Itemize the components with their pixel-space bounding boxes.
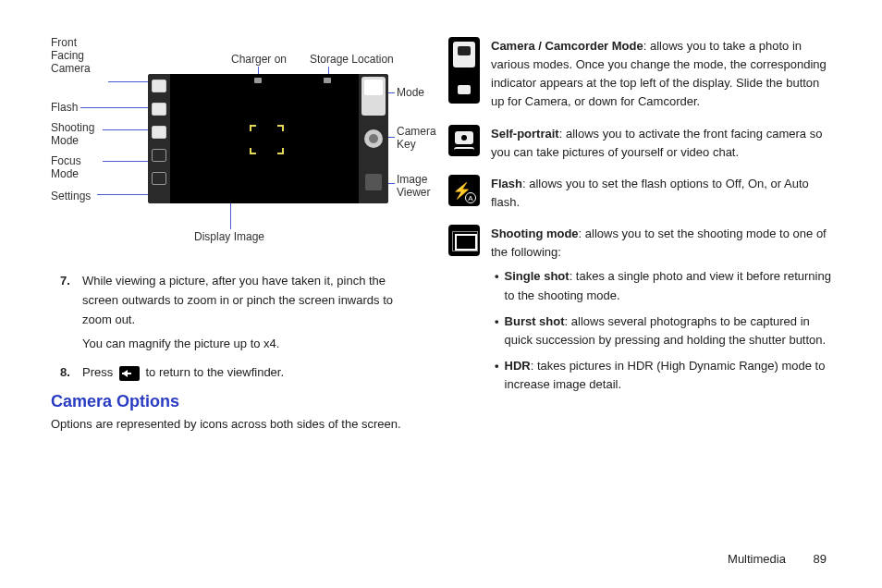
step-number: 8. bbox=[60, 363, 82, 383]
bullet-text: : takes pictures in HDR (High Dynamic Ra… bbox=[505, 359, 826, 391]
option-text: : allows you to set the flash options to… bbox=[491, 177, 809, 209]
step-text: While viewing a picture, after you have … bbox=[82, 274, 393, 326]
label-flash: Flash bbox=[51, 102, 78, 115]
back-icon bbox=[119, 366, 140, 381]
shooting-icon bbox=[152, 126, 166, 139]
label-image-viewer: Image Viewer bbox=[397, 174, 443, 200]
self-portrait-icon bbox=[448, 125, 480, 156]
camera-diagram: Front Facing Camera Flash Shooting Mode … bbox=[51, 37, 421, 250]
flash-icon bbox=[152, 103, 166, 116]
option-self-portrait: Self-portrait: allows you to activate th… bbox=[448, 125, 831, 162]
option-title: Camera / Camcorder Mode bbox=[491, 39, 643, 53]
label-front-facing-camera: Front Facing Camera bbox=[51, 37, 106, 75]
option-flash: A Flash: allows you to set the flash opt… bbox=[448, 175, 831, 212]
option-title: Shooting mode bbox=[491, 227, 579, 240]
label-mode: Mode bbox=[397, 87, 424, 100]
storage-indicator bbox=[324, 78, 331, 83]
camera-mode-icon bbox=[448, 37, 480, 104]
camera-preview bbox=[148, 74, 388, 203]
label-camera-key: Camera Key bbox=[397, 126, 443, 152]
option-shooting-mode: Shooting mode: allows you to set the sho… bbox=[448, 225, 831, 401]
focus-icon bbox=[152, 149, 166, 162]
label-settings: Settings bbox=[51, 190, 91, 203]
bullet-title: HDR bbox=[505, 359, 531, 373]
step-8: 8. Press to return to the viewfinder. bbox=[51, 363, 421, 383]
footer-page: 89 bbox=[814, 552, 827, 566]
charger-indicator bbox=[254, 78, 262, 83]
label-shooting-mode: Shooting Mode bbox=[51, 122, 103, 148]
bullet-title: Burst shot bbox=[505, 314, 565, 328]
shutter-icon bbox=[364, 129, 383, 148]
front-cam-icon bbox=[152, 80, 166, 92]
flash-option-icon: A bbox=[448, 175, 480, 206]
label-focus-mode: Focus Mode bbox=[51, 155, 103, 181]
section-body: Options are represented by icons across … bbox=[51, 415, 421, 435]
step-subtext: You can magnify the picture up to x4. bbox=[82, 335, 421, 354]
shooting-mode-bullets: Single shot: takes a single photo and vi… bbox=[491, 267, 831, 394]
option-title: Flash bbox=[491, 177, 522, 190]
step-number: 7. bbox=[60, 272, 82, 354]
page-footer: Multimedia 89 bbox=[728, 552, 827, 566]
section-heading: Camera Options bbox=[51, 392, 421, 411]
bullet-title: Single shot bbox=[505, 269, 570, 283]
step-text-post: to return to the viewfinder. bbox=[145, 365, 284, 379]
option-camera-mode: Camera / Camcorder Mode: allows you to t… bbox=[448, 37, 831, 112]
option-title: Self-portrait bbox=[491, 127, 559, 141]
shooting-mode-icon bbox=[448, 225, 480, 256]
step-7: 7. While viewing a picture, after you ha… bbox=[51, 272, 421, 354]
footer-section: Multimedia bbox=[728, 552, 786, 566]
label-display-image: Display Image bbox=[194, 231, 264, 244]
mode-toggle-icon bbox=[361, 77, 386, 116]
label-storage-location: Storage Location bbox=[310, 54, 394, 67]
label-charger-on: Charger on bbox=[231, 54, 287, 67]
settings-icon bbox=[152, 172, 166, 185]
gallery-icon bbox=[365, 174, 382, 190]
step-text-pre: Press bbox=[82, 365, 113, 379]
